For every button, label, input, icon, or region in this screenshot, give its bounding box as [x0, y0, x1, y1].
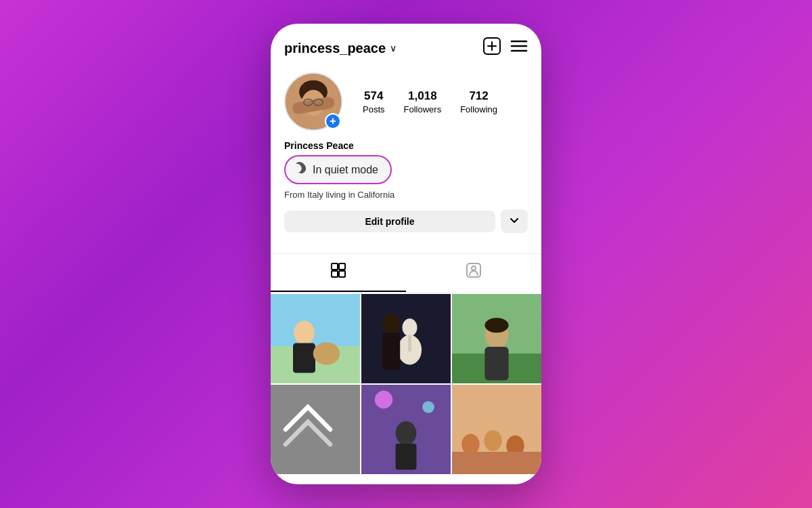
svg-point-25	[403, 318, 418, 336]
svg-rect-26	[408, 335, 411, 352]
username-chevron-icon[interactable]: ∨	[390, 43, 397, 54]
tagged-icon	[466, 262, 482, 282]
followers-label: Followers	[404, 104, 442, 114]
phone-content: princess_peace ∨	[271, 24, 541, 484]
svg-point-36	[375, 391, 392, 408]
photo-cell-5[interactable]	[361, 385, 451, 474]
svg-point-38	[396, 421, 417, 445]
svg-point-42	[484, 430, 501, 451]
svg-point-17	[472, 266, 476, 270]
tab-tagged[interactable]	[406, 254, 541, 292]
svg-rect-14	[332, 271, 338, 277]
add-story-button[interactable]: +	[325, 113, 341, 129]
photo-cell-4[interactable]	[271, 385, 360, 474]
followers-count: 1,018	[408, 89, 437, 103]
edit-profile-button[interactable]: Edit profile	[284, 211, 495, 232]
svg-rect-15	[339, 271, 345, 277]
stats-row: 574 Posts 1,018 Followers 712 Following	[363, 89, 497, 114]
svg-rect-13	[339, 263, 345, 270]
profile-options-button[interactable]	[501, 209, 528, 233]
photo-cell-1[interactable]	[271, 294, 360, 383]
phone-frame: princess_peace ∨	[271, 24, 541, 484]
display-name: Princess Peace	[284, 140, 528, 151]
moon-icon	[292, 161, 307, 179]
posts-count: 574	[364, 89, 383, 103]
svg-rect-44	[452, 452, 541, 474]
svg-rect-12	[332, 263, 338, 270]
photo-cell-6[interactable]	[452, 385, 541, 474]
svg-point-20	[294, 321, 315, 345]
quiet-mode-badge[interactable]: In quiet mode	[284, 155, 392, 184]
following-label: Following	[460, 104, 497, 114]
following-count: 712	[469, 89, 488, 103]
new-post-icon[interactable]	[483, 37, 501, 59]
svg-point-27	[382, 314, 400, 335]
profile-section: + 574 Posts 1,018 Followers 712 Followin…	[271, 66, 541, 253]
edit-profile-row: Edit profile	[284, 209, 528, 233]
tab-bar	[271, 253, 541, 293]
svg-rect-21	[293, 343, 315, 373]
profile-top-row: + 574 Posts 1,018 Followers 712 Followin…	[284, 72, 528, 131]
quiet-mode-text: In quiet mode	[313, 164, 378, 176]
header-actions	[483, 37, 528, 59]
photo-cell-3[interactable]	[452, 294, 541, 383]
svg-point-37	[422, 401, 434, 413]
photo-cell-2[interactable]	[361, 294, 451, 383]
svg-point-41	[461, 434, 479, 455]
tab-grid[interactable]	[271, 254, 406, 292]
app-header: princess_peace ∨	[271, 24, 541, 66]
svg-point-33	[484, 318, 508, 333]
posts-stat[interactable]: 574 Posts	[363, 89, 385, 114]
followers-stat[interactable]: 1,018 Followers	[404, 89, 442, 114]
username-row: princess_peace ∨	[284, 41, 397, 56]
svg-rect-28	[382, 333, 400, 370]
grid-icon	[330, 262, 346, 282]
svg-rect-39	[396, 444, 417, 470]
following-stat[interactable]: 712 Following	[460, 89, 497, 114]
bio-text: From Italy living in California	[284, 190, 528, 200]
avatar-wrapper: +	[284, 72, 342, 131]
hamburger-menu-icon[interactable]	[510, 39, 528, 57]
posts-label: Posts	[363, 104, 385, 114]
svg-rect-32	[484, 347, 508, 381]
photo-grid	[271, 294, 541, 474]
username-label: princess_peace	[284, 41, 386, 56]
svg-point-22	[313, 343, 340, 365]
